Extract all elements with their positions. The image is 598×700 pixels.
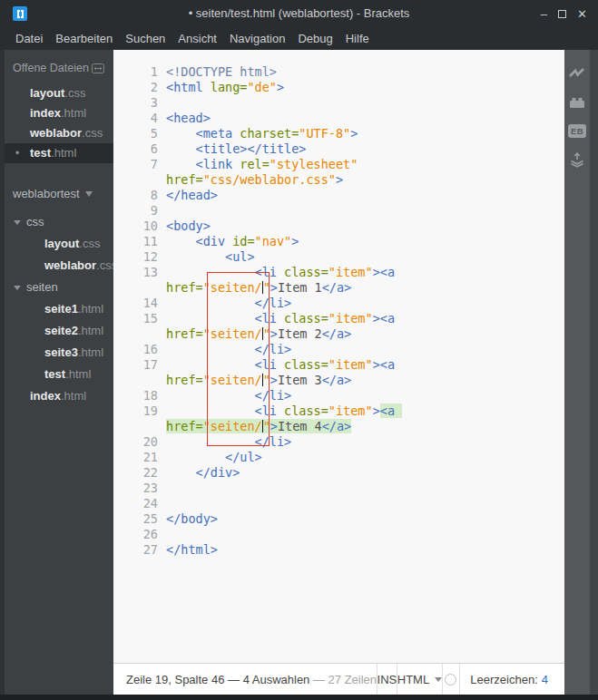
- insert-mode-indicator[interactable]: INS: [377, 673, 397, 686]
- line-number[interactable]: 18: [113, 388, 166, 403]
- tree-file-test.html[interactable]: test.html: [5, 364, 113, 385]
- code-row[interactable]: 14 </li>: [113, 296, 564, 311]
- code-row[interactable]: href="seiten/">Item 4</a>: [113, 419, 564, 434]
- line-number[interactable]: [113, 280, 166, 296]
- line-number[interactable]: 10: [113, 219, 166, 234]
- eb-extension-icon[interactable]: EB: [568, 122, 586, 140]
- code-row[interactable]: 13 <li class="item"><a: [113, 265, 564, 280]
- tree-file-seite2.html[interactable]: seite2.html: [5, 320, 113, 342]
- line-number[interactable]: 17: [113, 357, 166, 373]
- line-number[interactable]: 6: [113, 141, 166, 157]
- upload-layers-icon[interactable]: [568, 151, 586, 169]
- code-row[interactable]: 26: [113, 527, 564, 542]
- code-row[interactable]: 2<html lang="de">: [113, 80, 564, 95]
- line-number[interactable]: 15: [113, 311, 166, 326]
- menu-item-suchen[interactable]: Suchen: [119, 27, 172, 50]
- code-row[interactable]: 3: [113, 95, 564, 111]
- code-row[interactable]: 16 </li>: [113, 342, 564, 357]
- line-number[interactable]: 12: [113, 249, 166, 265]
- code-row[interactable]: 24: [113, 496, 564, 511]
- line-number[interactable]: 16: [113, 342, 166, 357]
- code-row[interactable]: 7 <link rel="stylesheet": [113, 157, 564, 172]
- live-preview-icon[interactable]: [568, 64, 586, 82]
- code-row[interactable]: href="seiten/">Item 2</a>: [113, 326, 564, 342]
- line-number[interactable]: 23: [113, 481, 166, 496]
- line-number[interactable]: 26: [113, 527, 166, 542]
- line-number[interactable]: [113, 172, 166, 188]
- tree-folder-seiten[interactable]: seiten: [5, 277, 113, 298]
- menu-item-hilfe[interactable]: Hilfe: [339, 27, 376, 50]
- code-row[interactable]: href="seiten/">Item 3</a>: [113, 373, 564, 388]
- code-editor[interactable]: 1<!DOCTYPE html>2<html lang="de">34<head…: [113, 50, 564, 663]
- line-number[interactable]: 21: [113, 450, 166, 465]
- open-file-layout.css[interactable]: layout.css: [5, 83, 113, 103]
- minimize-button[interactable]: –: [541, 8, 547, 20]
- tree-file-seite1.html[interactable]: seite1.html: [5, 298, 113, 320]
- tree-file-weblabor.css[interactable]: weblabor.css: [5, 255, 113, 277]
- code-row[interactable]: href="css/weblabor.css">: [113, 172, 564, 188]
- tree-file-index.html[interactable]: index.html: [5, 385, 113, 407]
- code-row[interactable]: 21 </ul>: [113, 450, 564, 465]
- code-rows[interactable]: 1<!DOCTYPE html>2<html lang="de">34<head…: [113, 50, 564, 558]
- code-row[interactable]: 6 <title></title>: [113, 141, 564, 157]
- code-row[interactable]: 9: [113, 203, 564, 219]
- code-row[interactable]: 17 <li class="item"><a: [113, 357, 564, 373]
- menu-item-bearbeiten[interactable]: Bearbeiten: [49, 27, 119, 50]
- project-dropdown[interactable]: weblabortest: [13, 187, 113, 200]
- line-number[interactable]: 25: [113, 511, 166, 527]
- line-number[interactable]: 4: [113, 111, 166, 126]
- line-number[interactable]: 7: [113, 157, 166, 172]
- open-file-test.html[interactable]: •test.html: [5, 143, 113, 163]
- tree-folder-css[interactable]: css: [5, 211, 113, 233]
- split-view-icon[interactable]: [92, 63, 104, 73]
- cursor-position-status[interactable]: Zeile 19, Spalte 46 — 4 Auswahlen — 27 Z…: [126, 673, 377, 686]
- line-number[interactable]: 20: [113, 434, 166, 450]
- open-file-index.html[interactable]: index.html: [5, 103, 113, 123]
- line-number[interactable]: 5: [113, 126, 166, 141]
- line-number[interactable]: 13: [113, 265, 166, 280]
- code-row[interactable]: 19 <li class="item"><a: [113, 403, 564, 419]
- line-number[interactable]: 3: [113, 95, 166, 111]
- line-number[interactable]: 27: [113, 542, 166, 558]
- menu-item-datei[interactable]: Datei: [9, 27, 49, 50]
- language-dropdown[interactable]: HTML: [397, 673, 442, 686]
- line-number[interactable]: 19: [113, 403, 166, 419]
- code-row[interactable]: 11 <div id="nav">: [113, 234, 564, 249]
- open-file-weblabor.css[interactable]: weblabor.css: [5, 123, 113, 143]
- menu-item-navigation[interactable]: Navigation: [223, 27, 291, 50]
- code-row[interactable]: 4<head>: [113, 111, 564, 126]
- line-number[interactable]: 9: [113, 203, 166, 219]
- code-row[interactable]: 20 </li>: [113, 434, 564, 450]
- code-row[interactable]: 27</html>: [113, 542, 564, 558]
- code-row[interactable]: 15 <li class="item"><a: [113, 311, 564, 326]
- code-row[interactable]: 12 <ul>: [113, 249, 564, 265]
- menu-item-ansicht[interactable]: Ansicht: [172, 27, 223, 50]
- code-row[interactable]: 8</head>: [113, 188, 564, 203]
- tree-file-seite3.html[interactable]: seite3.html: [5, 342, 113, 364]
- code-row[interactable]: 22 </div>: [113, 465, 564, 481]
- line-number[interactable]: 8: [113, 188, 166, 203]
- maximize-button[interactable]: [558, 10, 566, 18]
- code-row[interactable]: 23: [113, 481, 564, 496]
- code-row[interactable]: href="seiten/">Item 1</a>: [113, 280, 564, 296]
- menu-item-debug[interactable]: Debug: [291, 27, 338, 50]
- extension-manager-icon[interactable]: [568, 93, 586, 111]
- spaces-value[interactable]: 4: [542, 673, 548, 686]
- line-number[interactable]: 22: [113, 465, 166, 481]
- indent-setting[interactable]: Leerzeichen: 4: [459, 673, 564, 686]
- tree-file-layout.css[interactable]: layout.css: [5, 233, 113, 255]
- line-number[interactable]: [113, 326, 166, 342]
- line-number[interactable]: [113, 419, 166, 434]
- code-row[interactable]: 1<!DOCTYPE html>: [113, 64, 564, 80]
- line-number[interactable]: 14: [113, 296, 166, 311]
- line-number[interactable]: 11: [113, 234, 166, 249]
- line-number[interactable]: 2: [113, 80, 166, 95]
- code-row[interactable]: 10<body>: [113, 219, 564, 234]
- close-button[interactable]: ✕: [577, 8, 587, 20]
- code-row[interactable]: 18 </li>: [113, 388, 564, 403]
- line-number[interactable]: 1: [113, 64, 166, 80]
- line-number[interactable]: 24: [113, 496, 166, 511]
- line-number[interactable]: [113, 373, 166, 388]
- code-row[interactable]: 5 <meta charset="UTF-8">: [113, 126, 564, 141]
- code-row[interactable]: 25</body>: [113, 511, 564, 527]
